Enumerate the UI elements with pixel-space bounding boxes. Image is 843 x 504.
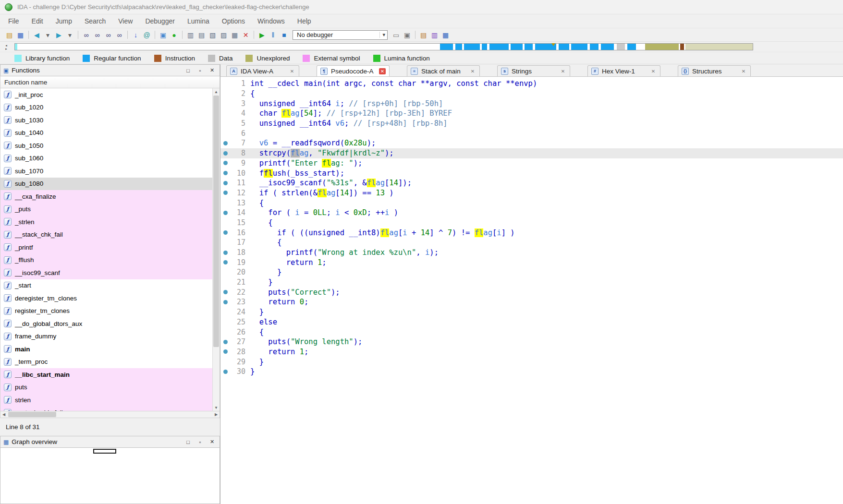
code-line-3[interactable]: 3 unsigned __int64 i; // [rsp+0h] [rbp-5… <box>220 98 843 108</box>
scroll-left-icon[interactable]: ◀ <box>0 411 7 418</box>
close-tab-icon[interactable]: ✕ <box>740 68 747 74</box>
column-header-function-name[interactable]: Function name <box>0 76 220 88</box>
code-line-23[interactable]: 23 return 0; <box>220 297 843 307</box>
code-line-2[interactable]: 2{ <box>220 89 843 99</box>
close-tab-icon[interactable]: ✕ <box>469 68 476 74</box>
debugger-select[interactable]: No debugger ▾ <box>293 30 388 40</box>
function-item-register_tm_clones[interactable]: ƒregister_tm_clones <box>0 305 212 318</box>
line-address-dot[interactable] <box>223 290 228 294</box>
open-signatures-icon[interactable]: ▤ <box>418 30 429 40</box>
line-address-dot[interactable] <box>223 230 228 235</box>
menu-help[interactable]: Help <box>291 16 318 26</box>
debugger-windows-icon[interactable]: ▭ <box>391 30 402 40</box>
function-item-frame_dummy[interactable]: ƒframe_dummy <box>0 330 212 343</box>
code-line-24[interactable]: 24 } <box>220 307 843 317</box>
nav-forward-dropdown-icon[interactable]: ▾ <box>64 30 75 40</box>
open-structures-icon[interactable]: ▦ <box>440 30 451 40</box>
close-tab-icon[interactable]: ✕ <box>379 68 386 74</box>
function-item-_puts[interactable]: ƒ_puts <box>0 203 212 216</box>
scroll-up-icon[interactable]: ▲ <box>213 88 220 95</box>
tab-stack-of-main[interactable]: ≡Stack of main✕ <box>407 65 480 76</box>
function-item-sub_1020[interactable]: ƒsub_1020 <box>0 101 212 114</box>
function-item-sub_1030[interactable]: ƒsub_1030 <box>0 114 212 127</box>
tab-ida-view-a[interactable]: AIDA View-A✕ <box>226 65 299 76</box>
lumina-status-icon[interactable]: ● <box>169 30 180 40</box>
function-item-__libc_start_main[interactable]: ƒ__libc_start_main <box>0 368 212 381</box>
windows-list-icon[interactable]: ▥ <box>185 30 196 40</box>
line-address-dot[interactable] <box>223 260 228 264</box>
function-item-deregister_tm_clones[interactable]: ƒderegister_tm_clones <box>0 292 212 305</box>
hscrollbar-thumb[interactable] <box>8 412 56 417</box>
function-item-__stack_chk_fail[interactable]: ƒ__stack_chk_fail <box>0 228 212 241</box>
function-item-strlen[interactable]: ƒstrlen <box>0 394 212 407</box>
function-item-_printf[interactable]: ƒ_printf <box>0 241 212 254</box>
code-line-12[interactable]: 12 if ( strlen(&flag[14]) == 13 ) <box>220 188 843 198</box>
close-button[interactable]: ✕ <box>208 439 217 445</box>
debug-stop-icon[interactable]: ■ <box>279 30 290 40</box>
function-item-sub_1040[interactable]: ƒsub_1040 <box>0 127 212 140</box>
function-item-_term_proc[interactable]: ƒ_term_proc <box>0 356 212 369</box>
float-button[interactable]: ▫ <box>195 439 205 445</box>
nav-back-dropdown-icon[interactable]: ▾ <box>42 30 53 40</box>
close-tab-icon[interactable]: ✕ <box>560 68 566 74</box>
code-line-27[interactable]: 27 puts("Wrong length"); <box>220 337 843 347</box>
function-item-sub_1050[interactable]: ƒsub_1050 <box>0 139 212 152</box>
menu-windows[interactable]: Windows <box>251 16 291 26</box>
code-line-5[interactable]: 5 unsigned __int64 v6; // [rsp+48h] [rbp… <box>220 119 843 129</box>
line-address-dot[interactable] <box>223 191 228 195</box>
close-tab-icon[interactable]: ✕ <box>650 68 657 74</box>
graph-viewport-rect[interactable] <box>93 449 116 454</box>
nav-forward-icon[interactable]: ▶ <box>53 30 64 40</box>
search-binoculars-icon[interactable]: ∞ <box>81 30 92 40</box>
tab-hex-view-1[interactable]: #Hex View-1✕ <box>587 65 660 76</box>
debugger-options-icon[interactable]: ▣ <box>402 30 413 40</box>
menu-edit[interactable]: Edit <box>25 16 49 26</box>
menu-file[interactable]: File <box>2 16 25 26</box>
function-item-__cxa_finalize[interactable]: ƒ__cxa_finalize <box>0 190 212 203</box>
line-address-dot[interactable] <box>223 251 228 255</box>
code-line-16[interactable]: 16 if ( ((unsigned __int8)flag[i + 14] ^… <box>220 228 843 238</box>
code-line-6[interactable]: 6 <box>220 128 843 138</box>
graph-view-icon[interactable]: ▤ <box>196 30 207 40</box>
code-line-26[interactable]: 26 { <box>220 327 843 337</box>
navband-dock-handle[interactable]: ◂ ▸ <box>2 44 11 50</box>
search-direction-icon[interactable]: ∞ <box>114 30 125 40</box>
restore-button[interactable]: □ <box>183 68 193 73</box>
tab-structures[interactable]: {}Structures✕ <box>678 65 751 76</box>
code-line-17[interactable]: 17 { <box>220 238 843 248</box>
code-line-28[interactable]: 28 return 1; <box>220 347 843 357</box>
line-address-dot[interactable] <box>223 151 228 156</box>
graph-overview-content[interactable] <box>0 448 220 504</box>
code-line-1[interactable]: 1int __cdecl main(int argc, const char *… <box>220 79 843 89</box>
save-icon[interactable]: ▦ <box>15 30 26 40</box>
function-item-sub_1070[interactable]: ƒsub_1070 <box>0 165 212 178</box>
close-tab-icon[interactable]: ✕ <box>289 68 295 74</box>
menu-lumina[interactable]: Lumina <box>181 16 216 26</box>
code-line-8[interactable]: 8 strcpy(flag, "Fkwfdf|krdl~z"); <box>220 148 843 158</box>
line-address-dot[interactable] <box>223 181 228 185</box>
code-line-11[interactable]: 11 __isoc99_scanf("%31s", &flag[14]); <box>220 178 843 188</box>
function-item-__do_global_dtors_aux[interactable]: ƒ__do_global_dtors_aux <box>0 317 212 330</box>
code-line-14[interactable]: 14 for ( i = 0LL; i < 0xD; ++i ) <box>220 208 843 218</box>
code-line-21[interactable]: 21 } <box>220 277 843 288</box>
menu-search[interactable]: Search <box>78 16 112 26</box>
lumina-pull-icon[interactable]: @ <box>141 30 152 40</box>
scroll-down-icon[interactable]: ▼ <box>213 404 220 411</box>
float-button[interactable]: ▫ <box>195 68 205 73</box>
open-type-libraries-icon[interactable]: ▥ <box>429 30 440 40</box>
menu-view[interactable]: View <box>112 16 139 26</box>
code-line-15[interactable]: 15 { <box>220 218 843 228</box>
line-address-dot[interactable] <box>223 300 228 304</box>
function-item-_fflush[interactable]: ƒ_fflush <box>0 254 212 267</box>
line-address-dot[interactable] <box>223 161 228 165</box>
code-line-29[interactable]: 29 } <box>220 357 843 367</box>
function-item-sub_1080[interactable]: ƒsub_1080 <box>0 178 212 191</box>
tab-pseudocode-a[interactable]: ¶Pseudocode-A✕ <box>317 65 390 76</box>
code-line-22[interactable]: 22 puts("Correct"); <box>220 287 843 297</box>
line-address-dot[interactable] <box>223 211 228 215</box>
function-item-_strlen[interactable]: ƒ_strlen <box>0 216 212 228</box>
function-item-main[interactable]: ƒmain <box>0 343 212 356</box>
nav-back-icon[interactable]: ◀ <box>31 30 42 40</box>
function-item-_start[interactable]: ƒ_start <box>0 279 212 292</box>
line-address-dot[interactable] <box>223 340 228 344</box>
